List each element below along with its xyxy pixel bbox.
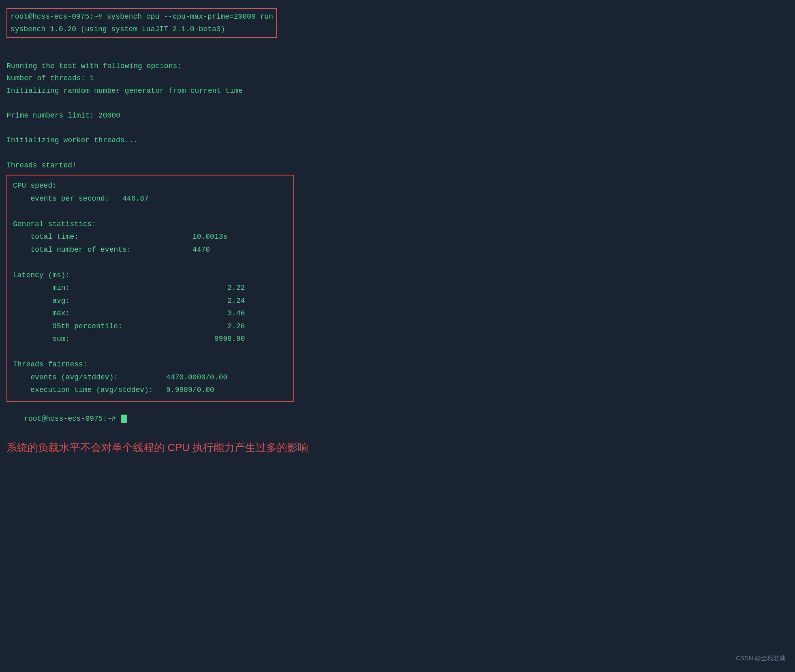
csdn-watermark: CSDN @全栈若城 bbox=[736, 655, 785, 662]
output-blank-2 bbox=[6, 97, 789, 110]
general-stats-header: General statistics: bbox=[13, 218, 288, 231]
output-blank-1 bbox=[6, 47, 789, 60]
chinese-caption: 系统的负载水平不会对单个线程的 CPU 执行能力产生过多的影响 bbox=[6, 441, 789, 455]
output-init-random: Initializing random number generator fro… bbox=[6, 85, 789, 97]
prompt-text: root@hcss-ecs-0975:~# bbox=[24, 415, 120, 423]
command-line-2: sysbench 1.0.20 (using system LuaJIT 2.1… bbox=[11, 23, 273, 36]
output-threads: Number of threads: 1 bbox=[6, 72, 789, 85]
output-blank-4 bbox=[6, 147, 789, 159]
events-avgstddev: events (avg/stddev): 4470.0000/0.00 bbox=[13, 371, 288, 384]
latency-header: Latency (ms): bbox=[13, 269, 288, 282]
command-box: root@hcss-ecs-0975:~# sysbench cpu --cpu… bbox=[6, 8, 277, 38]
cursor-block bbox=[121, 415, 127, 423]
output-prime: Prime numbers limit: 20000 bbox=[6, 109, 789, 122]
total-events: total number of events: 4470 bbox=[13, 244, 288, 257]
exec-time-avgstddev: execution time (avg/stddev): 9.9989/0.00 bbox=[13, 384, 288, 397]
output-init-workers: Initializing worker threads... bbox=[6, 134, 789, 147]
results-blank-1 bbox=[13, 205, 288, 218]
output-threads-started: Threads started! bbox=[6, 159, 789, 172]
results-box: CPU speed: events per second: 446.87 Gen… bbox=[6, 175, 294, 402]
command-line-1: root@hcss-ecs-0975:~# sysbench cpu --cpu… bbox=[11, 11, 273, 23]
output-running: Running the test with following options: bbox=[6, 60, 789, 73]
output-blank-3 bbox=[6, 122, 789, 135]
latency-max: max: 3.46 bbox=[13, 307, 288, 320]
threads-fairness-header: Threads fairness: bbox=[13, 358, 288, 371]
latency-sum: sum: 9998.90 bbox=[13, 333, 288, 346]
latency-95th: 95th percentile: 2.26 bbox=[13, 320, 288, 333]
terminal-window: root@hcss-ecs-0975:~# sysbench cpu --cpu… bbox=[6, 8, 789, 455]
final-prompt: root@hcss-ecs-0975:~# bbox=[6, 407, 789, 431]
results-blank-3 bbox=[13, 346, 288, 359]
latency-min: min: 2.22 bbox=[13, 282, 288, 295]
results-blank-2 bbox=[13, 256, 288, 269]
total-time: total time: 10.0013s bbox=[13, 231, 288, 244]
cpu-speed-header: CPU speed: bbox=[13, 180, 288, 193]
events-per-second: events per second: 446.87 bbox=[13, 193, 288, 205]
latency-avg: avg: 2.24 bbox=[13, 295, 288, 308]
